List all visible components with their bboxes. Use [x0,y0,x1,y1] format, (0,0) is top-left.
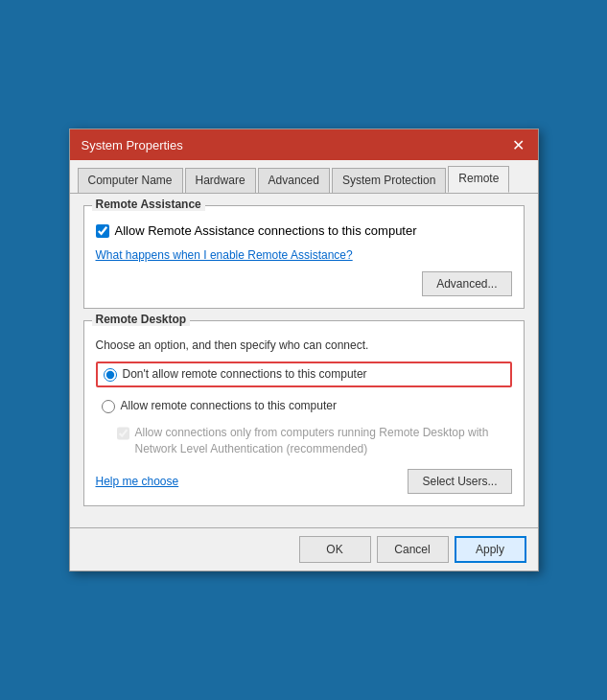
title-bar: System Properties ✕ [70,129,538,160]
close-button[interactable]: ✕ [507,133,530,156]
tab-advanced[interactable]: Advanced [258,168,330,193]
cancel-button[interactable]: Cancel [377,536,449,563]
dialog-footer: OK Cancel Apply [70,527,538,571]
bottom-row: Help me choose Select Users... [96,469,512,494]
tab-bar: Computer Name Hardware Advanced System P… [70,160,538,194]
tab-content: Remote Assistance Allow Remote Assistanc… [70,194,538,527]
tab-hardware[interactable]: Hardware [185,168,256,193]
select-users-button[interactable]: Select Users... [408,469,511,494]
nla-option-row: Allow connections only from computers ru… [117,425,512,457]
nla-option-label: Allow connections only from computers ru… [135,425,512,457]
allow-remote-row: Allow remote connections to this compute… [96,395,512,417]
remote-assistance-content: Allow Remote Assistance connections to t… [96,223,512,296]
dont-allow-remote-row: Don't allow remote connections to this c… [96,362,512,387]
apply-button[interactable]: Apply [455,536,526,563]
remote-desktop-title: Remote Desktop [92,313,191,326]
help-me-choose-link[interactable]: Help me choose [96,475,179,488]
remote-desktop-group: Remote Desktop Choose an option, and the… [83,320,525,506]
remote-assistance-group: Remote Assistance Allow Remote Assistanc… [83,205,525,309]
allow-remote-radio[interactable] [102,400,115,413]
dont-allow-remote-label: Don't allow remote connections to this c… [123,367,367,381]
system-properties-dialog: System Properties ✕ Computer Name Hardwa… [69,128,539,572]
tab-remote[interactable]: Remote [448,166,509,193]
allow-remote-assistance-label: Allow Remote Assistance connections to t… [115,223,417,238]
tab-computer-name[interactable]: Computer Name [78,168,183,193]
nla-checkbox [117,427,129,440]
advanced-row: Advanced... [96,271,512,296]
allow-remote-assistance-checkbox[interactable] [96,224,109,238]
remote-assistance-link-text[interactable]: What happens when I enable Remote Assist… [96,248,353,262]
dialog-title: System Properties [82,138,183,152]
remote-assistance-link[interactable]: What happens when I enable Remote Assist… [96,247,512,262]
tab-system-protection[interactable]: System Protection [332,168,446,193]
allow-remote-assistance-row: Allow Remote Assistance connections to t… [96,223,512,238]
remote-desktop-content: Choose an option, and then specify who c… [96,338,512,494]
advanced-button[interactable]: Advanced... [422,271,511,296]
dont-allow-remote-radio[interactable] [104,368,117,382]
ok-button[interactable]: OK [299,536,371,563]
allow-remote-label: Allow remote connections to this compute… [121,399,337,412]
remote-assistance-title: Remote Assistance [92,198,205,211]
remote-desktop-description: Choose an option, and then specify who c… [96,338,512,352]
